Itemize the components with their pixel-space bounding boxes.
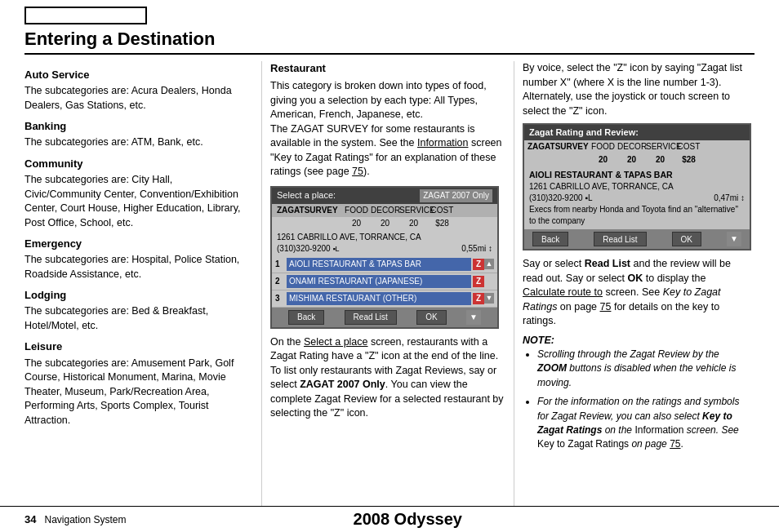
note-item: For the information on the ratings and s…	[537, 395, 751, 452]
zagat-screen-buttons: Back Read List OK ▼	[524, 229, 750, 249]
zagat-back-button[interactable]: Back	[532, 232, 568, 246]
footer-left: 34 Navigation System	[24, 513, 127, 525]
section-body-community: The subcategories are: City Hall, Civic/…	[24, 173, 245, 230]
col-food-header: FOOD	[342, 205, 371, 216]
screen-title: Select a place:	[277, 189, 336, 202]
restaurant-tagline: Execs from nearby Honda and Toyota find …	[529, 204, 745, 227]
page-title: Entering a Destination	[24, 29, 755, 55]
right-para2: Say or select Read List and the review w…	[523, 257, 751, 329]
screen-title-bar: Select a place: ZAGAT 2007 Only	[272, 188, 497, 204]
zagat-ok-button[interactable]: OK	[672, 232, 701, 246]
list-item: 3 MISHIMA RESTAURANT (OTHER) Z ▼	[272, 290, 497, 308]
section-heading-community: Community	[24, 157, 245, 171]
restaurant-addr1: 1261 CABRILLO AVE, TORRANCE, CA	[529, 181, 745, 193]
col-survey-header: ZAGATSURVEY	[277, 205, 342, 216]
section-body-lodging: The subcategories are: Bed & Breakfast, …	[24, 304, 245, 333]
restaurant-name: AIOLI RESTAURANT & TAPAS BAR	[529, 169, 745, 181]
mid-para1: This category is broken down into types …	[270, 79, 505, 122]
z-icon[interactable]: Z	[473, 276, 484, 287]
screen-restaurant-list: 1 AIOLI RESTAURANT & TAPAS BAR Z ▲ 2 ONA…	[272, 256, 497, 308]
screen-button-bar: Back Read List OK ▼	[272, 308, 497, 327]
section-heading-auto-service: Auto Service	[24, 68, 245, 82]
screen-score-row: 20 20 20 $28	[272, 217, 497, 230]
zagat-scroll-arrow[interactable]: ▼	[727, 232, 741, 246]
right-para1: By voice, select the "Z" icon by saying …	[523, 61, 751, 118]
scroll-bar-down[interactable]: ▼	[484, 293, 494, 304]
col-decor-header: DECOR	[371, 205, 399, 216]
zagat-only-label[interactable]: ZAGAT 2007 Only	[420, 189, 492, 202]
section-body-banking: The subcategories are: ATM, Bank, etc.	[24, 135, 245, 150]
note-item: Scrolling through the Zagat Review by th…	[537, 348, 751, 390]
z-icon[interactable]: Z	[473, 293, 484, 304]
screen-table-header: ZAGATSURVEY FOOD DECOR SERVICE COST	[272, 204, 497, 217]
back-button[interactable]: Back	[288, 310, 324, 325]
screen-address: 1261 CABRILLO AVE, TORRANCE, CA (310)320…	[272, 230, 497, 256]
nav-label: Navigation System	[44, 514, 126, 525]
zagat-screen-body: AIOLI RESTAURANT & TAPAS BAR 1261 CABRIL…	[524, 166, 750, 229]
section-heading-leisure: Leisure	[24, 339, 245, 354]
list-item: 1 AIOLI RESTAURANT & TAPAS BAR Z ▲	[272, 256, 497, 273]
section-body-auto-service: The subcategories are: Acura Dealers, Ho…	[24, 84, 245, 113]
mid-para2: The ZAGAT SURVEY for some restaurants is…	[270, 122, 505, 180]
scroll-arrow-right[interactable]: ▼	[466, 310, 481, 325]
select-place-screen: Select a place: ZAGAT 2007 Only ZAGATSUR…	[270, 186, 499, 329]
zagat-score-headers: ZAGATSURVEY FOOD DECOR SERVICE COST	[524, 140, 750, 153]
col-service-header: SERVICE	[399, 205, 428, 216]
mid-para3: On the Select a place screen, restaurant…	[270, 335, 505, 421]
ok-button[interactable]: OK	[416, 310, 446, 325]
mid-column: Restaurant This category is broken down …	[261, 61, 514, 512]
page-number: 34	[24, 513, 36, 525]
section-heading-banking: Banking	[24, 119, 245, 134]
note-section: NOTE: Scrolling through the Zagat Review…	[523, 334, 751, 452]
mid-heading: Restaurant	[270, 61, 505, 76]
note-title: NOTE:	[523, 334, 751, 348]
zagat-score-values: 20 20 20 $28	[524, 153, 750, 166]
section-body-emergency: The subcategories are: Hospital, Police …	[24, 253, 245, 282]
header-box	[24, 7, 147, 24]
zagat-rating-screen: Zagat Rating and Review: ZAGATSURVEY FOO…	[523, 123, 751, 250]
left-column: Auto ServiceThe subcategories are: Acura…	[24, 61, 261, 512]
z-icon[interactable]: Z	[473, 259, 484, 270]
screen-addr-line2: (310)320-9200 ▪L 0,55mi ↕	[277, 243, 492, 255]
section-body-leisure: The subcategories are: Amusement Park, G…	[24, 357, 245, 428]
restaurant-phone-row: (310)320-9200 ▪L 0,47mi ↕	[529, 193, 745, 204]
note-list: Scrolling through the Zagat Review by th…	[523, 348, 751, 452]
right-column: By voice, select the "Z" icon by saying …	[514, 61, 751, 512]
footer: 34 Navigation System 2008 Odyssey	[0, 506, 779, 532]
list-item: 2 ONAMI RESTAURANT (JAPANESE) Z	[272, 273, 497, 290]
zagat-read-list-button[interactable]: Read List	[594, 232, 646, 246]
read-list-button[interactable]: Read List	[345, 310, 397, 325]
section-heading-emergency: Emergency	[24, 237, 245, 251]
section-heading-lodging: Lodging	[24, 288, 245, 303]
col-cost-header: COST	[428, 205, 456, 216]
scroll-bar[interactable]: ▲	[484, 259, 494, 269]
footer-center-title: 2008 Odyssey	[354, 510, 462, 529]
zagat-screen-title: Zagat Rating and Review:	[524, 125, 750, 140]
screen-addr-line1: 1261 CABRILLO AVE, TORRANCE, CA	[277, 232, 492, 243]
